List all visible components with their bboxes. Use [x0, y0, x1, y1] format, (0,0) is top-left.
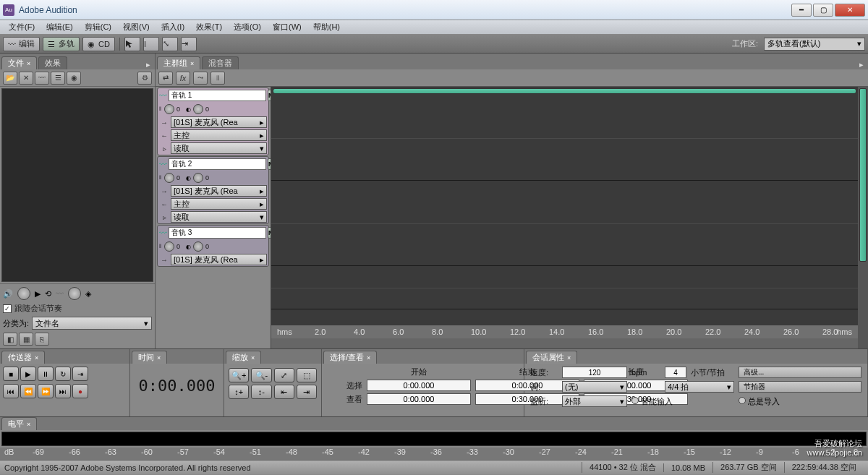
- timesig-select[interactable]: 4/4 拍▾: [665, 381, 734, 393]
- menu-insert[interactable]: 插入(I): [156, 20, 190, 34]
- timeline-overview[interactable]: [273, 88, 856, 94]
- go-start-button[interactable]: ⏮: [3, 384, 19, 398]
- insert-multitrack-button[interactable]: ☰: [51, 72, 65, 85]
- edit-file-button[interactable]: 〰: [35, 72, 49, 85]
- smart-input-radio[interactable]: [631, 397, 639, 404]
- zoom-out-h-button[interactable]: 🔍-: [251, 368, 271, 382]
- speaker-icon[interactable]: 🔊: [3, 289, 13, 299]
- full-path-button[interactable]: ⎘: [35, 333, 49, 346]
- play-to-end-button[interactable]: ⇥: [72, 367, 88, 381]
- options-button[interactable]: ⚙: [137, 72, 152, 85]
- pause-button[interactable]: ⏸: [38, 367, 54, 381]
- close-icon[interactable]: ×: [27, 60, 30, 67]
- play-button[interactable]: ▶: [20, 367, 36, 381]
- key-select[interactable]: (无)▾: [562, 381, 627, 393]
- import-button[interactable]: 📂: [3, 72, 17, 85]
- edit-mode-button[interactable]: 〰编辑: [3, 37, 40, 51]
- track-name-input[interactable]: [169, 227, 266, 239]
- minimize-button[interactable]: ━: [791, 4, 812, 17]
- vertical-scrollbar[interactable]: [858, 87, 868, 348]
- time-ruler[interactable]: hms 2.0 4.0 6.0 8.0 10.0 12.0 14.0 16.0 …: [271, 325, 858, 338]
- zoom-in-h-button[interactable]: 🔍+: [229, 368, 249, 382]
- loop-icon[interactable]: ⟲: [45, 289, 51, 299]
- menu-edit[interactable]: 编辑(E): [41, 20, 79, 34]
- go-end-button[interactable]: ⏭: [55, 384, 71, 398]
- track-header-3[interactable]: 〰 M S R ⫴0◐0 →[01S] 麦克风 (Rea▸: [157, 225, 269, 267]
- time-display[interactable]: 0:00.000: [130, 364, 224, 408]
- always-input-radio[interactable]: [739, 397, 746, 404]
- cd-mode-button[interactable]: ◉CD: [82, 37, 115, 51]
- tab-files[interactable]: 文件×: [1, 56, 37, 69]
- volume-knob[interactable]: [17, 287, 30, 300]
- output-select[interactable]: 主控▸: [171, 198, 267, 210]
- zoom-in-right-button[interactable]: ⇥: [297, 385, 317, 399]
- output-select[interactable]: 主控▸: [171, 129, 267, 141]
- eq-button[interactable]: ⫴: [210, 72, 225, 85]
- play-looped-button[interactable]: ↻: [55, 367, 71, 381]
- menu-file[interactable]: 文件(F): [3, 20, 41, 34]
- track-lane-3[interactable]: [271, 266, 858, 309]
- multitrack-mode-button[interactable]: ☰多轨: [43, 37, 80, 51]
- automation-select[interactable]: 读取▾: [171, 211, 267, 223]
- track-lane-2[interactable]: [271, 181, 858, 266]
- stop-button[interactable]: ■: [3, 367, 19, 381]
- pan-knob[interactable]: [193, 241, 203, 252]
- zoom-out-v-button[interactable]: ↕-: [251, 385, 271, 399]
- autoplay-icon[interactable]: ▶: [35, 289, 41, 299]
- bars-input[interactable]: [665, 367, 686, 378]
- tab-effects[interactable]: 效果: [38, 56, 67, 69]
- menu-clip[interactable]: 剪辑(C): [79, 20, 117, 34]
- monitoring-select[interactable]: 外部▾: [562, 395, 627, 407]
- insert-cd-button[interactable]: ◉: [67, 72, 81, 85]
- view-start-input[interactable]: [367, 393, 471, 405]
- move-tool[interactable]: [124, 37, 140, 51]
- track-name-input[interactable]: [169, 90, 266, 101]
- panel-menu-button[interactable]: ▸: [143, 60, 153, 69]
- maximize-button[interactable]: ▢: [813, 4, 833, 17]
- zoom-in-left-button[interactable]: ⇤: [274, 385, 294, 399]
- pan-knob[interactable]: [193, 104, 203, 114]
- tempo-input[interactable]: [562, 367, 627, 378]
- sends-button[interactable]: ⤳: [193, 72, 208, 85]
- tab-zoom[interactable]: 缩放×: [226, 351, 261, 364]
- menu-help[interactable]: 帮助(H): [307, 20, 346, 34]
- automation-select[interactable]: 读取▾: [171, 142, 267, 154]
- tab-session-props[interactable]: 会话属性×: [526, 351, 577, 364]
- panel-menu-button[interactable]: ▸: [856, 60, 867, 69]
- tab-selection-view[interactable]: 选择/查看×: [323, 351, 377, 364]
- fx-button[interactable]: fx: [176, 72, 190, 85]
- inputs-button[interactable]: ⇄: [158, 72, 173, 85]
- sel-start-input[interactable]: [367, 380, 471, 391]
- rewind-button[interactable]: ⏪: [20, 384, 36, 398]
- follow-tempo-checkbox[interactable]: ✓: [3, 304, 12, 313]
- track-lane-1[interactable]: [271, 95, 858, 181]
- marker-icon[interactable]: ◈: [85, 289, 91, 299]
- track-header-1[interactable]: 〰 M S R ⫴0◐0 →[01S] 麦克风 (Rea▸ ←主控▸ ▹读取▾: [157, 87, 269, 155]
- close-file-button[interactable]: ✕: [19, 72, 33, 85]
- tab-transport[interactable]: 传送器×: [1, 351, 45, 364]
- zoom-full-button[interactable]: ⤢: [274, 368, 294, 382]
- menu-view[interactable]: 视图(V): [117, 20, 156, 34]
- tab-levels[interactable]: 电平×: [1, 417, 37, 430]
- hybrid-tool[interactable]: ⤡: [162, 37, 178, 51]
- input-select[interactable]: [01S] 麦克风 (Rea▸: [171, 185, 267, 197]
- advanced-button[interactable]: 高级...: [739, 367, 861, 378]
- tab-main-group[interactable]: 主群组×: [157, 56, 200, 69]
- show-info-button[interactable]: ▦: [19, 333, 33, 346]
- track-name-input[interactable]: [169, 158, 266, 170]
- menu-options[interactable]: 选项(O): [228, 20, 267, 34]
- record-button[interactable]: ●: [72, 384, 88, 398]
- preview-icon[interactable]: 〰: [56, 289, 64, 298]
- menu-effects[interactable]: 效果(T): [190, 20, 228, 34]
- scrub-tool[interactable]: ⇥: [181, 37, 197, 51]
- input-select[interactable]: [01S] 麦克风 (Rea▸: [171, 254, 267, 265]
- metronome-button[interactable]: 节拍器: [739, 381, 861, 393]
- file-list[interactable]: [1, 88, 153, 282]
- volume-knob[interactable]: [164, 173, 174, 183]
- track-header-2[interactable]: 〰 M S R ⫴0◐0 →[01S] 麦克风 (Rea▸ ←主控▸ ▹读取▾: [157, 156, 269, 224]
- close-icon[interactable]: ×: [190, 60, 194, 67]
- timeline[interactable]: hms 2.0 4.0 6.0 8.0 10.0 12.0 14.0 16.0 …: [271, 87, 858, 348]
- volume-knob[interactable]: [164, 241, 174, 252]
- menu-window[interactable]: 窗口(W): [267, 20, 307, 34]
- sort-dropdown[interactable]: 文件名▾: [32, 317, 152, 330]
